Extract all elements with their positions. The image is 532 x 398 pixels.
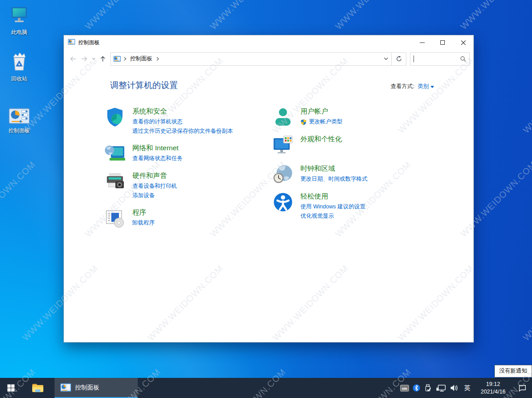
view-by-label: 查看方式: [391,83,414,90]
category-task-link[interactable]: 查看设备和打印机 [132,182,177,190]
category-title[interactable]: 外观和个性化 [300,135,342,144]
back-icon [69,55,77,63]
category-title[interactable]: 用户帐户 [300,107,342,116]
category-task-link[interactable]: 添加设备 [132,192,177,199]
view-by-value: 类别 [418,83,429,90]
category-task-link[interactable]: 更改帐户类型 [300,118,342,126]
breadcrumb-item[interactable]: 控制面板 [130,55,152,63]
address-dropdown-button[interactable] [384,55,388,63]
system-tray: vm [400,378,532,398]
up-button[interactable] [97,52,108,66]
file-explorer-button[interactable] [27,378,48,398]
category-task-link[interactable]: 查看网络状态和任务 [132,155,183,162]
category-title[interactable]: 网络和 Internet [132,144,183,153]
control-panel-icon [68,38,75,47]
refresh-icon [396,55,402,62]
shield-icon[interactable] [104,106,126,128]
programs-icon[interactable] [104,207,126,229]
watermark-text: WWW.WEIDOWN.COM [458,0,532,32]
forward-icon [80,55,88,63]
category-user-accounts: 用户帐户 更改帐户类型 [272,106,473,128]
clock-region-icon[interactable] [272,164,294,185]
category-programs: 程序 卸载程序 [104,207,272,229]
history-dropdown-button[interactable] [90,52,97,66]
file-explorer-icon [32,383,44,393]
category-task-link[interactable]: 更改日期、时间或数字格式 [300,175,367,183]
taskbar-empty-area[interactable] [138,378,400,398]
watermark-text: WWW.WEIDOWN.COM [208,0,287,32]
text-cursor [414,55,414,62]
desktop-icon-label: 回收站 [1,75,38,83]
category-title[interactable]: 硬件和声音 [132,171,177,181]
category-task-link[interactable]: 优化视觉显示 [300,212,365,220]
control-panel-window: 控制面板 [63,35,474,343]
category-task-link[interactable]: 通过文件历史记录保存你的文件备份副本 [132,127,233,135]
ease-of-access-icon[interactable] [272,191,294,213]
network-tray-icon[interactable] [436,384,446,392]
refresh-button[interactable] [392,52,406,66]
category-hardware-sound: 硬件和声音 查看设备和打印机 添加设备 [104,171,272,201]
svg-text:vm: vm [402,386,407,390]
language-indicator[interactable]: 英 [464,384,470,392]
up-icon [99,55,106,63]
search-icon[interactable] [460,56,466,62]
category-task-link[interactable]: 查看你的计算机状态 [132,118,233,126]
action-center-button[interactable] [514,384,530,392]
category-title[interactable]: 时钟和区域 [300,164,367,174]
category-title[interactable]: 轻松使用 [300,192,365,201]
window-title: 控制面板 [78,39,100,47]
user-icon[interactable] [272,106,294,128]
forward-button[interactable] [79,52,90,66]
notification-tooltip: 没有新通知 [494,365,532,377]
search-input[interactable] [410,52,470,66]
watermark-text: WWW.WEIDOWN.COM [333,0,413,32]
category-task-link[interactable]: 卸载程序 [132,219,155,227]
category-task-link[interactable]: 使用 Windows 建议的设置 [300,203,365,211]
clock-date: 2021/4/16 [479,388,507,395]
category-task-link-label: 更改帐户类型 [309,118,342,126]
maximize-icon [440,40,445,45]
category-ease-of-access: 轻松使用 使用 Windows 建议的设置 优化视觉显示 [272,191,473,222]
bluetooth-icon[interactable] [413,384,420,392]
desktop-icon-control-panel[interactable]: 控制面板 [1,102,38,135]
desktop-icon-label: 此电脑 [1,29,38,36]
vmware-tray-icon[interactable]: vm [400,385,409,392]
personalization-icon[interactable] [272,134,294,156]
category-title[interactable]: 程序 [132,208,155,217]
printer-icon[interactable] [104,171,126,192]
taskbar-clock[interactable]: 19:12 2021/4/16 [479,381,507,395]
watermark-text: WWW.WEIDOWN.COM [0,159,38,239]
chevron-down-icon [92,57,96,61]
chevron-down-icon [431,86,434,88]
page-title: 调整计算机的设置 [110,80,178,91]
close-icon [460,40,466,46]
chevron-down-icon [384,56,388,61]
minimize-button[interactable] [412,35,432,50]
control-panel-icon [60,383,71,392]
view-by-dropdown[interactable]: 类别 [418,83,434,90]
network-icon[interactable] [104,143,126,165]
category-clock-region: 时钟和区域 更改日期、时间或数字格式 [272,164,473,185]
watermark-text: WWW.WEIDOWN.COM [521,55,532,135]
usb-device-icon[interactable] [424,384,432,392]
maximize-button[interactable] [432,35,453,50]
uac-shield-icon [300,119,307,125]
close-button[interactable] [453,35,473,50]
window-titlebar[interactable]: 控制面板 [64,35,473,50]
category-title[interactable]: 系统和安全 [132,107,233,116]
action-center-icon [518,384,527,392]
taskbar-task-control-panel[interactable]: 控制面板 [55,378,138,398]
start-button[interactable] [0,378,21,398]
back-button[interactable] [68,52,79,66]
minimize-icon [420,42,425,43]
windows-start-icon [7,384,15,392]
desktop-icon-this-pc[interactable]: 此电脑 [1,4,38,36]
volume-icon[interactable] [450,384,459,392]
category-appearance-personalization: 外观和个性化 [272,134,473,156]
control-panel-icon [1,102,38,124]
this-pc-icon [1,4,38,26]
control-panel-icon [114,56,121,62]
desktop-icon-recycle-bin[interactable]: 回收站 [1,50,38,83]
address-bar[interactable]: 控制面板 [110,52,392,66]
breadcrumb-separator-icon[interactable] [156,56,160,61]
